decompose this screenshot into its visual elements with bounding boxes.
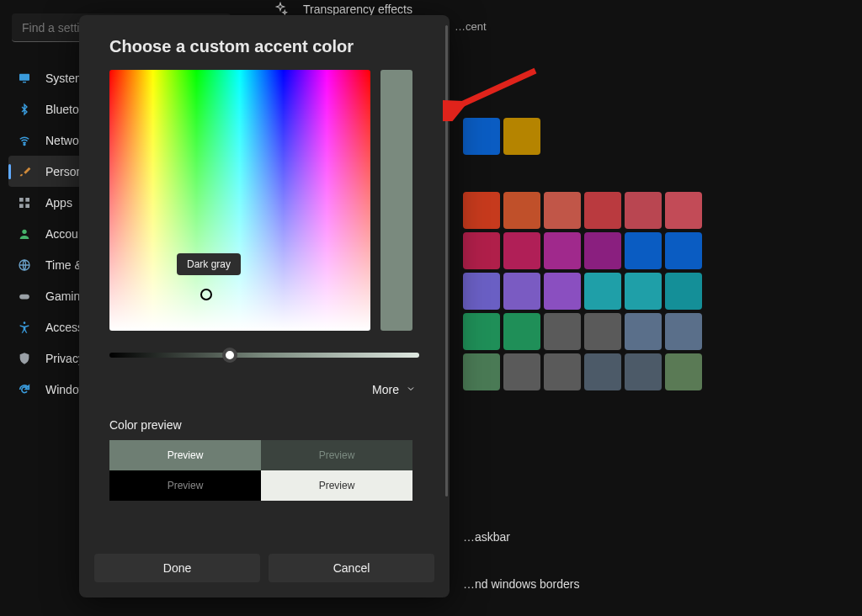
svg-point-10: [24, 321, 26, 324]
apps-icon: [17, 195, 32, 210]
color-tooltip: Dark gray: [177, 253, 241, 275]
taskbar-accent-row[interactable]: …askbar: [463, 513, 580, 560]
accent-color-swatch[interactable]: [503, 232, 540, 269]
accent-color-swatch[interactable]: [584, 353, 621, 390]
accent-color-swatch[interactable]: [503, 353, 540, 390]
svg-rect-0: [19, 73, 29, 80]
gamepad-icon: [17, 289, 32, 304]
custom-accent-color-dialog: Choose a custom accent color Dark gray M…: [79, 15, 450, 597]
accent-color-swatch[interactable]: [503, 313, 540, 350]
done-button[interactable]: Done: [94, 554, 260, 582]
svg-rect-5: [19, 204, 24, 208]
brush-icon: [17, 164, 32, 179]
accent-color-swatch[interactable]: [544, 273, 581, 310]
accent-color-swatch[interactable]: [463, 313, 500, 350]
accent-color-swatch[interactable]: [463, 273, 500, 310]
accent-color-swatch[interactable]: [625, 313, 662, 350]
color-preview-grid: Preview Preview Preview Preview: [109, 440, 412, 501]
recent-color-swatch[interactable]: [463, 118, 500, 155]
accent-color-swatch[interactable]: [625, 232, 662, 269]
value-slider[interactable]: [109, 353, 419, 358]
dialog-scrollbar[interactable]: [445, 25, 448, 497]
color-preview-heading: Color preview: [79, 396, 450, 440]
bluetooth-icon: [17, 102, 32, 117]
dialog-title: Choose a custom accent color: [79, 15, 450, 70]
globe-icon: [17, 258, 32, 273]
svg-point-7: [22, 229, 26, 233]
accent-color-swatch[interactable]: [665, 192, 702, 229]
shield-icon: [17, 351, 32, 366]
accent-color-swatch[interactable]: [584, 192, 621, 229]
monitor-icon: [17, 71, 32, 86]
preview-tile-1: Preview: [109, 440, 261, 470]
refresh-icon: [17, 382, 32, 397]
svg-point-2: [24, 143, 25, 145]
preview-tile-4: Preview: [261, 470, 412, 501]
accent-color-swatch[interactable]: [625, 192, 662, 229]
value-slider-handle[interactable]: [222, 348, 237, 363]
accent-color-swatch[interactable]: [584, 232, 621, 269]
accent-color-swatch[interactable]: [584, 313, 621, 350]
accent-color-swatch[interactable]: [665, 353, 702, 390]
accent-color-swatch[interactable]: [544, 232, 581, 269]
chevron-down-icon: [406, 383, 416, 396]
accessibility-icon: [17, 320, 32, 335]
sidebar-item-label: Apps: [45, 196, 72, 210]
wifi-icon: [17, 133, 32, 148]
accent-color-swatch[interactable]: [544, 313, 581, 350]
accent-color-swatch[interactable]: [503, 273, 540, 310]
accent-color-grid: [463, 118, 862, 394]
accent-color-swatch[interactable]: [625, 273, 662, 310]
preview-tile-3: Preview: [109, 470, 261, 501]
accent-color-swatch[interactable]: [463, 353, 500, 390]
transparency-label: Transparency effects: [303, 3, 412, 16]
accent-color-swatch[interactable]: [544, 192, 581, 229]
recent-color-swatch[interactable]: [503, 118, 540, 155]
more-expander[interactable]: More: [79, 358, 450, 396]
accent-color-swatch[interactable]: [665, 313, 702, 350]
accent-color-swatch[interactable]: [503, 192, 540, 229]
more-label: More: [372, 383, 399, 396]
saturation-value-canvas[interactable]: Dark gray: [109, 70, 370, 331]
cancel-button[interactable]: Cancel: [269, 554, 434, 582]
person-icon: [17, 226, 32, 242]
accent-color-swatch[interactable]: [665, 273, 702, 310]
svg-rect-1: [23, 82, 26, 82]
svg-rect-6: [25, 204, 29, 208]
accent-color-swatch[interactable]: [665, 232, 702, 269]
preview-tile-2: Preview: [261, 440, 412, 470]
current-color-swatch: [380, 70, 412, 331]
sv-handle[interactable]: [200, 289, 212, 300]
window-borders-accent-row[interactable]: …nd windows borders: [463, 560, 580, 608]
accent-hint-text: …cent: [455, 20, 862, 33]
accent-color-swatch[interactable]: [463, 232, 500, 269]
accent-color-swatch[interactable]: [584, 273, 621, 310]
accent-color-swatch[interactable]: [463, 192, 500, 229]
accent-color-swatch[interactable]: [625, 353, 662, 390]
accent-color-swatch[interactable]: [544, 353, 581, 390]
svg-rect-4: [25, 198, 29, 202]
svg-rect-3: [19, 198, 24, 202]
svg-rect-9: [19, 294, 29, 299]
